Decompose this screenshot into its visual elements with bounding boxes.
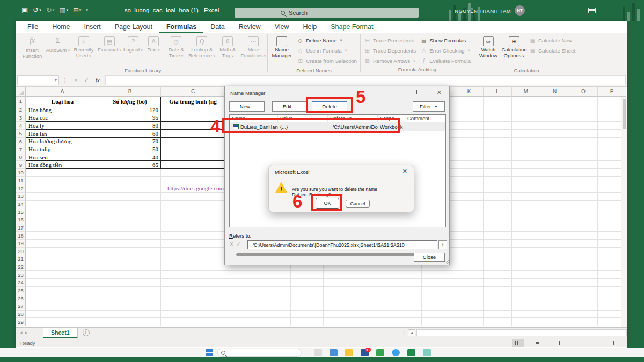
word-icon[interactable]: 5+: [361, 349, 369, 356]
row-header-17[interactable]: 17: [16, 224, 26, 232]
cell-J29[interactable]: [422, 318, 455, 326]
cell-B23[interactable]: [99, 271, 161, 279]
cell-N16[interactable]: [540, 216, 569, 224]
cell-A7[interactable]: Hoa tulip: [26, 145, 99, 153]
cell-L15[interactable]: [484, 208, 512, 216]
dialog-close-icon[interactable]: ✕: [437, 89, 442, 96]
cell-K10[interactable]: [455, 169, 484, 177]
cell-I29[interactable]: [389, 318, 422, 326]
cell-K2[interactable]: [455, 106, 484, 114]
dialog-maximize-icon[interactable]: [416, 89, 421, 95]
cell-A19[interactable]: [26, 240, 99, 248]
file-explorer-icon[interactable]: [330, 349, 338, 356]
cell-O12[interactable]: [569, 184, 598, 193]
row-header-25[interactable]: 25: [16, 287, 26, 295]
cell-A21[interactable]: [26, 255, 99, 263]
formula-input[interactable]: [105, 75, 626, 85]
cell-E23[interactable]: [258, 271, 291, 279]
cell-A11[interactable]: [26, 177, 99, 185]
customize-qat-icon[interactable]: ▾: [86, 8, 88, 12]
cell-O2[interactable]: [569, 106, 598, 114]
sheet-tab-sheet1[interactable]: Sheet1: [43, 328, 77, 338]
row-header-8[interactable]: 8: [16, 153, 26, 161]
cell-N29[interactable]: [540, 318, 569, 326]
cell-B6[interactable]: 70: [99, 138, 161, 146]
cell-O26[interactable]: [569, 294, 598, 302]
row-header-20[interactable]: 20: [16, 248, 26, 256]
cell-A29[interactable]: [26, 318, 99, 326]
cell-I24[interactable]: [389, 279, 422, 287]
cell-C19[interactable]: [161, 240, 225, 248]
name-box-dropdown-icon[interactable]: ▾: [55, 78, 57, 83]
column-header-C[interactable]: C: [161, 87, 225, 97]
cell-A23[interactable]: [26, 271, 99, 279]
row-header-13[interactable]: 13: [16, 193, 26, 201]
cell-K22[interactable]: [455, 263, 484, 271]
row-header-9[interactable]: 9: [16, 161, 26, 169]
cell-B20[interactable]: [99, 248, 161, 256]
cell-M4[interactable]: [512, 122, 540, 130]
cell-N22[interactable]: [540, 263, 569, 271]
cell-C28[interactable]: [161, 311, 225, 319]
cell-G25[interactable]: [324, 287, 356, 295]
cell-L14[interactable]: [484, 201, 512, 209]
cell-L24[interactable]: [484, 279, 512, 287]
new-button[interactable]: New...: [229, 101, 265, 112]
cell-J24[interactable]: [422, 279, 455, 287]
row-header-21[interactable]: 21: [16, 255, 26, 263]
tab-review[interactable]: Review: [232, 21, 268, 33]
cell-M26[interactable]: [512, 294, 540, 302]
cell-O7[interactable]: [569, 145, 598, 153]
cell-M11[interactable]: [512, 177, 540, 185]
ribbon-display-options-icon[interactable]: [588, 8, 596, 13]
cell-O27[interactable]: [569, 302, 598, 311]
cell-B29[interactable]: [99, 318, 161, 326]
cell-M29[interactable]: [512, 318, 540, 326]
cell-B1[interactable]: Số lượng (bó): [99, 97, 161, 106]
cell-C18[interactable]: [161, 232, 225, 240]
cell-K23[interactable]: [455, 271, 484, 279]
row-header-1[interactable]: 1: [16, 97, 26, 106]
cell-N15[interactable]: [540, 208, 569, 216]
cell-O3[interactable]: [569, 114, 598, 122]
cell-L22[interactable]: [484, 263, 512, 271]
cell-A8[interactable]: Hoa sen: [26, 153, 99, 161]
folder-icon[interactable]: [345, 349, 353, 356]
cell-D26[interactable]: [225, 294, 258, 302]
cell-B10[interactable]: [99, 169, 161, 177]
cell-L23[interactable]: [484, 271, 512, 279]
cell-N7[interactable]: [540, 145, 569, 153]
sheet-nav-left-icon[interactable]: ◄ ►: [16, 330, 31, 335]
name-box[interactable]: ▾: [17, 75, 59, 85]
cell-B4[interactable]: 80: [99, 122, 161, 130]
calculation-options-button[interactable]: ⊞Calculation Options˅: [501, 34, 527, 67]
cell-N1[interactable]: [540, 97, 569, 106]
cell-K24[interactable]: [455, 279, 484, 287]
row-header-27[interactable]: 27: [16, 302, 26, 311]
cell-M28[interactable]: [512, 311, 540, 319]
cell-O24[interactable]: [569, 279, 598, 287]
cell-C21[interactable]: [161, 255, 225, 263]
cell-O19[interactable]: [569, 240, 598, 248]
cell-C26[interactable]: [161, 294, 225, 302]
cell-N27[interactable]: [540, 302, 569, 311]
cell-M8[interactable]: [512, 153, 540, 161]
cell-L10[interactable]: [484, 169, 512, 177]
add-sheet-icon[interactable]: +: [83, 329, 90, 336]
cell-M24[interactable]: [512, 279, 540, 287]
cell-C27[interactable]: [161, 302, 225, 311]
row-header-19[interactable]: 19: [16, 240, 26, 248]
cell-M3[interactable]: [512, 114, 540, 122]
cell-N18[interactable]: [540, 232, 569, 240]
cell-C2[interactable]: [161, 106, 225, 114]
cell-B28[interactable]: [99, 311, 161, 319]
cell-B5[interactable]: 60: [99, 130, 161, 138]
cell-A24[interactable]: [26, 279, 99, 287]
cell-L13[interactable]: [484, 193, 512, 201]
cell-L19[interactable]: [484, 240, 512, 248]
cell-B8[interactable]: 40: [99, 153, 161, 161]
cell-M19[interactable]: [512, 240, 540, 248]
cell-O15[interactable]: [569, 208, 598, 216]
cell-I23[interactable]: [389, 271, 422, 279]
cell-F27[interactable]: [291, 302, 324, 311]
